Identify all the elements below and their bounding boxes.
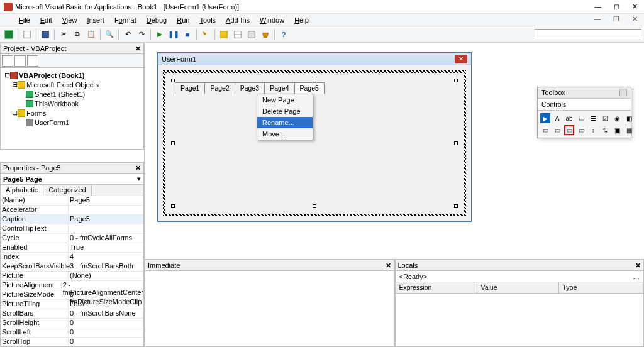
view-object-icon[interactable] [14,55,26,67]
userform-titlebar[interactable]: UserForm1 ✕ [158,53,471,65]
menu-format[interactable]: Format [111,15,140,25]
project-tree[interactable]: ⊟ VBAProject (Book1) ⊟ Microsoft Excel O… [0,68,144,150]
combobox-icon[interactable]: ▭ [576,113,586,123]
property-value[interactable]: 3 - fmScrollBarsBoth [69,262,143,271]
properties-grid[interactable]: (Name)Page5AcceleratorCaptionPage5Contro… [0,196,144,347]
property-row[interactable]: PictureTilingFalse [1,300,143,309]
view-code-icon[interactable] [2,55,13,67]
toolbar-combo[interactable] [535,29,641,40]
property-row[interactable]: PictureAlignment2 - fmPictureAlignmentCe… [1,281,143,290]
design-mode-icon[interactable] [199,28,212,41]
userform-window[interactable]: UserForm1 ✕ [157,52,472,222]
property-row[interactable]: ScrollBars0 - fmScrollBarsNone [1,309,143,319]
chevron-down-icon[interactable]: ▾ [137,175,141,183]
refedit-icon[interactable]: ▦ [624,125,634,135]
scrollbar-icon[interactable]: ↕ [588,125,598,135]
tree-excel-objects[interactable]: Microsoft Excel Objects [26,81,99,89]
tabstrip-icon[interactable]: ▭ [564,125,574,135]
property-row[interactable]: Index4 [1,253,143,262]
locals-col-type[interactable]: Type [559,282,644,293]
find-icon[interactable]: 🔍 [103,28,116,41]
label-icon[interactable]: A [552,113,562,123]
checkbox-icon[interactable]: ☑ [600,113,610,123]
tree-sheet1[interactable]: Sheet1 (Sheet1) [35,91,85,98]
property-value[interactable]: 0 - fmPictureSizeModeClip [69,290,143,299]
tree-userform1[interactable]: UserForm1 [35,119,69,126]
menu-tools[interactable]: Tools [196,15,219,25]
togglebutton-icon[interactable]: ◧ [624,113,634,123]
tab-alphabetic[interactable]: Alphabetic [1,185,43,196]
toolbox-window[interactable]: Toolbox Controls ▶ A ab ▭ ☰ ☑ ◉ ◧ ▭ ▭ ▭ … [537,87,631,138]
break-icon[interactable]: ❚❚ [167,28,180,41]
mdi-close[interactable]: ✕ [628,14,641,25]
property-value[interactable] [69,224,143,233]
property-row[interactable]: KeepScrollBarsVisible3 - fmScrollBarsBot… [1,262,143,272]
listbox-icon[interactable]: ☰ [588,113,598,123]
toggle-folders-icon[interactable] [27,55,38,67]
userform-close-icon[interactable]: ✕ [455,55,467,63]
tree-thisworkbook[interactable]: ThisWorkbook [35,100,79,107]
redo-icon[interactable]: ↷ [135,28,148,41]
object-browser-icon[interactable] [245,28,258,41]
close-button[interactable]: ✕ [630,3,640,11]
property-value[interactable]: Page5 [69,215,143,224]
toolbox-close-icon[interactable] [619,89,627,96]
menu-file[interactable]: File [15,15,34,25]
help-icon[interactable]: ? [277,28,290,41]
property-value[interactable]: Page5 [69,196,143,205]
cut-icon[interactable]: ✂ [57,28,70,41]
menu-run[interactable]: Run [173,15,193,25]
multipage-tab[interactable]: Page4 [264,82,294,94]
multipage-tab[interactable]: Page1 [175,82,205,94]
property-value[interactable]: 2 - fmPictureAlignmentCenter [62,281,143,290]
menu-help[interactable]: Help [291,15,313,25]
property-row[interactable]: ControlTipText [1,224,143,234]
locals-col-value[interactable]: Value [477,282,559,293]
tab-categorized[interactable]: Categorized [43,185,91,196]
property-value[interactable]: True [69,243,143,252]
frame-icon[interactable]: ▭ [540,125,550,135]
run-icon[interactable]: ▶ [153,28,166,41]
multipage-tab-active[interactable]: Page5 [294,82,325,94]
copy-icon[interactable]: ⧉ [71,28,84,41]
view-excel-icon[interactable] [3,28,15,41]
toolbox-tab-controls[interactable]: Controls [538,99,631,111]
textbox-icon[interactable]: ab [564,113,574,123]
tree-forms[interactable]: Forms [26,109,46,117]
reset-icon[interactable]: ■ [181,28,194,41]
menu-edit[interactable]: Edit [36,15,56,25]
property-row[interactable]: ScrollLeft0 [1,328,143,338]
locals-context[interactable]: <Ready> … [396,271,644,282]
mdi-restore[interactable]: ❐ [609,14,623,25]
ctx-rename[interactable]: Rename... [257,117,313,128]
property-value[interactable]: 4 [69,253,143,262]
menu-debug[interactable]: Debug [143,15,170,25]
immediate-body[interactable] [145,271,394,347]
toolbox-icon[interactable] [259,28,272,41]
property-row[interactable]: Accelerator [1,206,143,215]
spinbutton-icon[interactable]: ⇅ [600,125,610,135]
tree-project[interactable]: VBAProject (Book1) [19,72,85,79]
ctx-new-page[interactable]: New Page [257,94,313,106]
property-value[interactable]: 0 [69,328,143,337]
ctx-delete-page[interactable]: Delete Page [257,106,313,117]
insert-object-icon[interactable] [21,28,33,41]
menu-insert[interactable]: Insert [83,15,108,25]
commandbutton-icon[interactable]: ▭ [552,125,562,135]
project-pane-close-icon[interactable]: ✕ [135,45,141,53]
mdi-minimize[interactable]: — [590,14,604,25]
property-row[interactable]: PictureSizeMode0 - fmPictureSizeModeClip [1,290,143,300]
menu-window[interactable]: Window [256,15,288,25]
locals-close-icon[interactable]: ✕ [635,262,641,270]
immediate-close-icon[interactable]: ✕ [386,262,391,270]
properties-object-selector[interactable]: Page5 Page ▾ [0,174,144,185]
optionbutton-icon[interactable]: ◉ [612,113,622,123]
multipage-tab[interactable]: Page3 [235,82,265,94]
property-value[interactable] [69,206,143,214]
maximize-button[interactable]: ◻ [611,3,622,11]
locals-col-expression[interactable]: Expression [396,282,477,293]
property-value[interactable]: 0 - fmCycleAllForms [69,234,143,243]
menu-addins[interactable]: Add-Ins [222,15,253,25]
multipage-tabs[interactable]: Page1 Page2 Page3 Page4 Page5 [175,82,324,94]
image-icon[interactable]: ▣ [612,125,622,135]
